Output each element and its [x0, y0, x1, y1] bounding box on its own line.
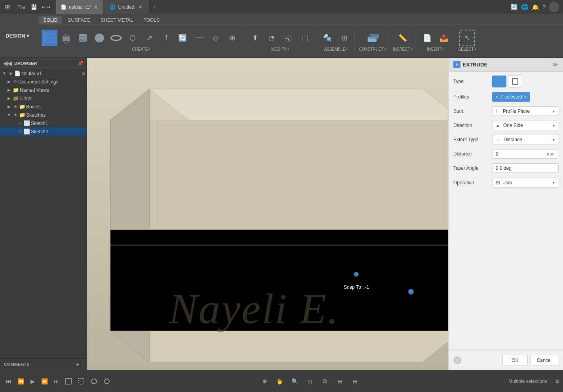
type-solid-button[interactable]	[492, 76, 506, 87]
comments-add-button[interactable]: +	[76, 361, 79, 367]
save-button[interactable]: 💾	[28, 2, 39, 13]
extrude-expand-button[interactable]: ≫	[552, 61, 558, 68]
snap-button[interactable]: ⊟	[349, 375, 361, 387]
fit-tool-button[interactable]: ⊡	[304, 375, 316, 387]
profiles-clear-button[interactable]: ×	[524, 94, 527, 100]
selection-lasso-button[interactable]	[88, 376, 100, 386]
type-thin-button[interactable]	[508, 76, 522, 87]
create-torus[interactable]	[108, 30, 124, 46]
skip-end-button[interactable]: ⏭	[51, 376, 62, 387]
look-tool-button[interactable]: 🖐	[274, 375, 286, 387]
selection-paint-button[interactable]	[101, 376, 113, 386]
inspect-measure[interactable]: 📏	[395, 30, 411, 46]
design-dropdown[interactable]: DESIGN ▾	[0, 15, 35, 57]
tree-item-bodies[interactable]: ▶ 👁 📁 Bodies	[0, 102, 87, 111]
refresh-icon[interactable]: 🔄	[510, 4, 518, 11]
create-more[interactable]: ⊕	[224, 30, 240, 46]
tab-surface[interactable]: SURFACE	[63, 16, 95, 24]
tab-close-celular[interactable]: ✕	[93, 4, 98, 10]
insert-svg[interactable]: 📄	[419, 30, 435, 46]
modify-shell[interactable]: ⬚	[297, 30, 313, 46]
create-sphere[interactable]	[91, 30, 107, 46]
tree-item-document-settings[interactable]: ▶ ⚙ Document Settings	[0, 78, 87, 86]
browser-collapse-icon[interactable]: ◀◀	[3, 60, 12, 66]
step-back-button[interactable]: ⏪	[15, 376, 26, 387]
select-tool[interactable]: ↖	[459, 30, 475, 46]
play-button[interactable]: ▶	[27, 376, 38, 387]
modify-fillet[interactable]: ◔	[264, 30, 280, 46]
comments-collapse-button[interactable]: |	[82, 362, 83, 367]
create-sweep[interactable]: 〰	[191, 30, 207, 46]
tab-sheet-metal[interactable]: SHEET METAL	[96, 16, 138, 24]
assemble-more[interactable]: ⊞	[336, 30, 352, 46]
create-label[interactable]: CREATE▾	[132, 47, 150, 51]
cancel-button[interactable]: Cancel	[530, 355, 558, 366]
create-box[interactable]	[58, 30, 74, 46]
distance-input[interactable]	[496, 151, 547, 157]
tab-untitled[interactable]: 🌐 Untitled ✕	[103, 0, 149, 14]
insert-mesh[interactable]: 📥	[436, 30, 452, 46]
tree-item-named-views[interactable]: ▶ 📁 Named Views	[0, 86, 87, 94]
viewport[interactable]: Nayeli E. Snap To : -1 2 mm ⋮ LEFT	[87, 58, 563, 370]
operation-label: Operation	[453, 180, 489, 186]
profiles-row: Profiles ↖ 7 selected ×	[453, 92, 558, 102]
zoom-tool-button[interactable]: 🔍	[289, 375, 301, 387]
create-loft[interactable]: ◇	[208, 30, 224, 46]
modify-chamfer[interactable]: ◱	[280, 30, 296, 46]
step-forward-button[interactable]: ⏩	[39, 376, 50, 387]
start-dropdown[interactable]: ⊢ Profile Plane ▾	[492, 106, 558, 116]
tab-add-button[interactable]: +	[149, 4, 160, 11]
apps-icon[interactable]: ⊞	[0, 0, 14, 14]
tab-solid[interactable]: SOLID	[38, 16, 62, 24]
svg-marker-15	[149, 89, 462, 120]
network-icon[interactable]: 🌐	[521, 4, 529, 11]
tree-item-origin[interactable]: ▶ 📁 Origin	[0, 94, 87, 102]
extent-dropdown[interactable]: ↔ Distance ▾	[492, 135, 558, 144]
info-button[interactable]: i	[453, 356, 461, 364]
tab-celular[interactable]: 📄 celular v1* ✕	[56, 0, 103, 14]
construct-label[interactable]: CONSTRUCT▾	[359, 47, 386, 51]
insert-label[interactable]: INSERT▾	[427, 47, 444, 51]
tab-close-untitled[interactable]: ✕	[138, 4, 143, 10]
grid-button[interactable]: ⊞	[334, 375, 346, 387]
assemble-label[interactable]: ASSEMBLE▾	[324, 47, 348, 51]
create-extrude[interactable]: ⤴	[158, 30, 174, 46]
tab-tools[interactable]: TOOLS	[139, 16, 164, 24]
ok-button[interactable]: OK	[502, 355, 527, 366]
tree-item-sketch2[interactable]: 👁 ⬜ Sketch2	[0, 127, 87, 136]
move-tool-button[interactable]: ✥	[259, 375, 271, 387]
redo-button[interactable]: ↪	[46, 4, 50, 10]
create-cylinder[interactable]	[75, 30, 91, 46]
display-mode-button[interactable]: 🖥	[319, 375, 331, 387]
browser-pin[interactable]: 📌	[78, 61, 84, 66]
user-avatar[interactable]	[549, 2, 559, 12]
settings-button[interactable]: ⚙	[552, 376, 563, 387]
tree-item-sketch1[interactable]: 👁 ⬜ Sketch1	[0, 119, 87, 127]
modify-buttons: ⬆ ◔ ◱ ⬚	[247, 30, 313, 46]
construct-offset-plane[interactable]	[365, 30, 380, 46]
operation-dropdown[interactable]: ⊞ Join ▾	[492, 178, 558, 187]
create-revolve[interactable]: 🔄	[175, 30, 190, 46]
create-new-component[interactable]	[42, 30, 57, 46]
undo-button[interactable]: ↩	[42, 4, 46, 10]
file-menu: File	[14, 4, 28, 10]
create-coil[interactable]: ⬡	[125, 30, 141, 46]
inspect-label[interactable]: INSPECT▾	[393, 47, 412, 51]
direction-dropdown[interactable]: ▲ One Side ▾	[492, 121, 558, 130]
taper-input[interactable]	[496, 165, 555, 171]
tree-item-sketches[interactable]: ▼ 👁 📁 Sketches	[0, 111, 87, 119]
help-icon[interactable]: ?	[542, 4, 546, 10]
create-pipe[interactable]: ↗	[141, 30, 157, 46]
assemble-joint[interactable]: 🔩	[320, 30, 335, 46]
file-dropdown[interactable]: File	[17, 4, 25, 10]
skip-start-button[interactable]: ⏮	[3, 376, 14, 387]
profiles-selected-badge[interactable]: ↖ 7 selected ×	[492, 92, 530, 102]
select-label[interactable]: SELECT▾	[458, 47, 476, 51]
modify-press-pull[interactable]: ⬆	[247, 30, 263, 46]
selection-cross-button[interactable]	[75, 376, 87, 386]
selection-rect-button[interactable]	[63, 376, 74, 386]
tree-target-icon[interactable]: ⊙	[82, 71, 85, 76]
tree-item-celular-v1[interactable]: ▼ 👁 📄 celular v1 ⊙	[0, 69, 87, 78]
notifications-icon[interactable]: 🔔	[532, 4, 539, 11]
modify-label[interactable]: MODIFY▾	[271, 47, 289, 51]
